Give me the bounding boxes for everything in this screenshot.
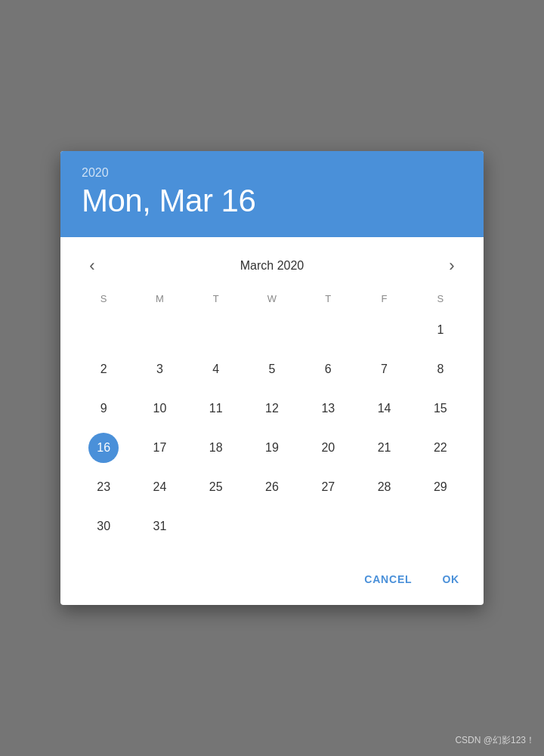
- day-cell-27[interactable]: 27: [300, 469, 356, 505]
- day-28[interactable]: 28: [369, 472, 400, 502]
- day-cell-7[interactable]: 7: [356, 351, 412, 387]
- day-cell-16[interactable]: 16: [76, 430, 131, 466]
- day-cell: [244, 312, 300, 348]
- day-15[interactable]: 15: [425, 393, 456, 424]
- day-4[interactable]: 4: [201, 354, 231, 384]
- day-cell: [300, 312, 356, 348]
- day-cell-23[interactable]: 23: [76, 469, 131, 505]
- day-11[interactable]: 11: [201, 393, 231, 424]
- day-header-wed: W: [244, 289, 300, 309]
- prev-month-button[interactable]: ‹: [79, 252, 106, 279]
- day-cell-17[interactable]: 17: [131, 430, 187, 466]
- day-cell-14[interactable]: 14: [356, 390, 412, 427]
- day-cell-15[interactable]: 15: [413, 390, 468, 427]
- day-9[interactable]: 9: [88, 393, 119, 424]
- empty-day: [369, 315, 400, 345]
- day-7[interactable]: 7: [369, 354, 400, 384]
- calendar-grid: S M T W T F S 1 2 3 4: [76, 289, 468, 545]
- day-20[interactable]: 20: [313, 433, 343, 463]
- day-cell-30[interactable]: 30: [76, 508, 131, 545]
- day-header-sat: S: [413, 289, 468, 309]
- day-cell: [244, 508, 300, 545]
- empty-day: [201, 315, 231, 345]
- day-5[interactable]: 5: [257, 354, 287, 384]
- day-cell: [131, 312, 187, 348]
- day-cell-25[interactable]: 25: [188, 469, 244, 505]
- day-headers: S M T W T F S: [76, 289, 468, 309]
- day-cell-11[interactable]: 11: [188, 390, 244, 427]
- day-header-thu: T: [300, 289, 356, 309]
- day-31[interactable]: 31: [144, 511, 175, 542]
- day-cell-29[interactable]: 29: [413, 469, 468, 505]
- empty-day: [257, 315, 287, 345]
- day-cell-31[interactable]: 31: [131, 508, 187, 545]
- empty-day: [369, 511, 400, 542]
- calendar-navigation: ‹ March 2020 ›: [76, 243, 468, 289]
- day-cell: [188, 508, 244, 545]
- day-cell-20[interactable]: 20: [300, 430, 356, 466]
- day-header-mon: M: [131, 289, 187, 309]
- day-cell-26[interactable]: 26: [244, 469, 300, 505]
- day-29[interactable]: 29: [425, 472, 456, 502]
- day-27[interactable]: 27: [313, 472, 343, 502]
- day-cell-2[interactable]: 2: [76, 351, 131, 387]
- day-cell-3[interactable]: 3: [131, 351, 187, 387]
- day-12[interactable]: 12: [257, 393, 287, 424]
- day-24[interactable]: 24: [144, 472, 175, 502]
- day-22[interactable]: 22: [425, 433, 456, 463]
- selected-date: Mon, Mar 16: [82, 183, 462, 219]
- empty-day: [257, 511, 287, 542]
- day-8[interactable]: 8: [425, 354, 456, 384]
- day-21[interactable]: 21: [369, 433, 400, 463]
- day-cell-28[interactable]: 28: [356, 469, 412, 505]
- ok-button[interactable]: OK: [430, 566, 471, 593]
- day-cell: [413, 508, 468, 545]
- day-25[interactable]: 25: [201, 472, 231, 502]
- empty-day: [88, 315, 119, 345]
- month-year-label: March 2020: [240, 259, 304, 273]
- day-18[interactable]: 18: [201, 433, 231, 463]
- day-30[interactable]: 30: [88, 511, 119, 542]
- day-19[interactable]: 19: [257, 433, 287, 463]
- day-cell-9[interactable]: 9: [76, 390, 131, 427]
- day-cell-24[interactable]: 24: [131, 469, 187, 505]
- day-cell-22[interactable]: 22: [413, 430, 468, 466]
- empty-day: [313, 315, 343, 345]
- day-2[interactable]: 2: [88, 354, 119, 384]
- day-cell: [356, 312, 412, 348]
- day-6[interactable]: 6: [313, 354, 343, 384]
- date-picker-dialog: 2020 Mon, Mar 16 ‹ March 2020 › S M T W …: [60, 151, 484, 605]
- day-cell-18[interactable]: 18: [188, 430, 244, 466]
- day-cell-12[interactable]: 12: [244, 390, 300, 427]
- day-10[interactable]: 10: [144, 393, 175, 424]
- day-cell-6[interactable]: 6: [300, 351, 356, 387]
- days-grid: 1 2 3 4 5 6 7 8 9 10 11 12 13 14 15 16 1…: [76, 312, 468, 545]
- day-16[interactable]: 16: [88, 433, 119, 463]
- day-23[interactable]: 23: [88, 472, 119, 502]
- cancel-button[interactable]: CANCEL: [352, 566, 424, 593]
- day-cell-13[interactable]: 13: [300, 390, 356, 427]
- day-cell: [76, 312, 131, 348]
- next-month-button[interactable]: ›: [438, 252, 465, 279]
- day-cell-10[interactable]: 10: [131, 390, 187, 427]
- day-1[interactable]: 1: [425, 315, 456, 345]
- day-cell-19[interactable]: 19: [244, 430, 300, 466]
- day-cell-5[interactable]: 5: [244, 351, 300, 387]
- watermark: CSDN @幻影123！: [455, 734, 535, 747]
- day-cell-1[interactable]: 1: [413, 312, 468, 348]
- day-13[interactable]: 13: [313, 393, 343, 424]
- empty-day: [201, 511, 231, 542]
- day-3[interactable]: 3: [144, 354, 175, 384]
- empty-day: [425, 511, 456, 542]
- day-cell-21[interactable]: 21: [356, 430, 412, 466]
- day-26[interactable]: 26: [257, 472, 287, 502]
- day-cell-4[interactable]: 4: [188, 351, 244, 387]
- calendar-area: ‹ March 2020 › S M T W T F S: [60, 237, 484, 545]
- day-header-sun: S: [76, 289, 131, 309]
- empty-day: [144, 315, 175, 345]
- day-14[interactable]: 14: [369, 393, 400, 424]
- day-cell: [300, 508, 356, 545]
- day-17[interactable]: 17: [144, 433, 175, 463]
- day-cell-8[interactable]: 8: [413, 351, 468, 387]
- day-header-tue: T: [188, 289, 244, 309]
